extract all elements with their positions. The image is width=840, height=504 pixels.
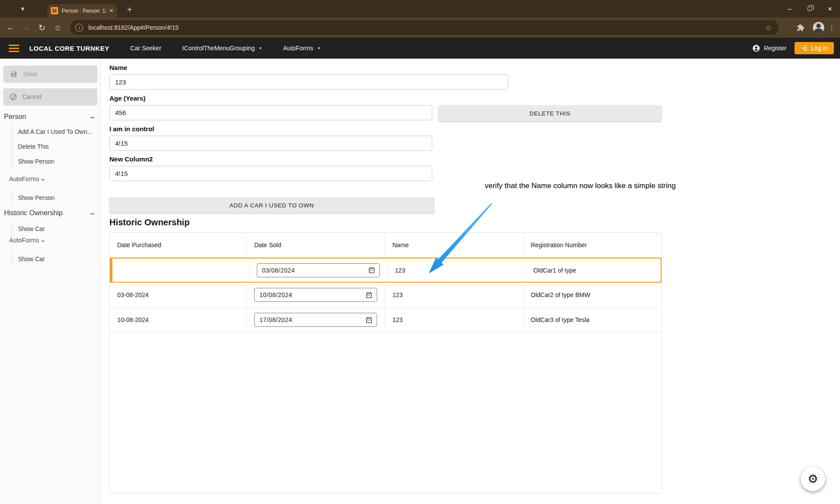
home-button[interactable]: ⌂	[50, 20, 66, 35]
cell-registration: OldCar3 of type Tesla	[523, 308, 662, 332]
restore-icon	[808, 7, 812, 11]
date-sold-input[interactable]: 17/08/2024	[254, 313, 377, 327]
date-sold-input[interactable]: 10/08/2024	[254, 288, 377, 302]
i-am-in-control-field[interactable]	[109, 136, 432, 151]
window-controls: ─ ✕	[780, 0, 840, 18]
date-sold-input[interactable]: 03/08/2024	[257, 263, 380, 277]
table-row-1[interactable]: 03/08/2024 123 OldCar1 of type	[110, 258, 662, 283]
tab-title: Person : Person: 123	[62, 8, 106, 14]
new-column2-label: New Column2	[109, 155, 153, 163]
content-area: Save Cancel Person ▬ Add A Car I Used To…	[0, 59, 840, 504]
sidebar-item-show-car-2[interactable]: Show Car	[18, 256, 45, 262]
cell-name: 123	[385, 308, 523, 332]
delete-this-button[interactable]: DELETE THIS	[438, 105, 662, 121]
cell-registration: OldCar1 of type	[526, 259, 661, 282]
app-brand[interactable]: LOCAL CORE TURNKEY	[29, 45, 109, 52]
tab-search-button[interactable]: ▼	[15, 3, 31, 14]
toolbar-divider	[810, 24, 810, 32]
cell-date-purchased	[112, 259, 249, 282]
reload-button[interactable]: ↻	[34, 20, 50, 35]
new-column2-field[interactable]	[109, 166, 432, 181]
address-bar[interactable]: i localhost:8182/App#/Person/4!15 ☆	[70, 20, 779, 35]
historic-ownership-table: Date Purchased Date Sold Name Registrati…	[109, 232, 662, 494]
calendar-icon[interactable]	[366, 292, 372, 298]
date-value: 10/08/2024	[259, 291, 292, 298]
toolbar-right: ⋮	[794, 20, 836, 35]
register-label: Register	[764, 45, 787, 52]
save-label: Save	[23, 70, 37, 77]
table-row-2[interactable]: 03-08-2024 10/08/2024 123 OldCar2 of typ…	[110, 283, 662, 308]
gear-icon: ⚙	[808, 473, 818, 485]
sidebar-subheader-autoforms-1[interactable]: AutoForms ▬	[9, 175, 44, 182]
site-info-icon[interactable]: i	[75, 24, 83, 32]
nav-item-label: Car Seeker	[130, 45, 161, 52]
chevron-down-icon: ▼	[20, 6, 26, 12]
save-button[interactable]: Save	[4, 66, 97, 82]
favicon: M	[51, 7, 58, 14]
nav-item-label: AutoForms	[283, 45, 313, 52]
navbar-right: Register Log in	[752, 38, 834, 59]
sidebar: Save Cancel Person ▬ Add A Car I Used To…	[0, 59, 101, 504]
nav-item-autoforms[interactable]: AutoForms ▼	[283, 45, 320, 52]
cancel-label: Cancel	[22, 93, 42, 100]
column-header-registration-number[interactable]: Registration Number	[523, 233, 662, 257]
annotation-text: verify that the Name column now looks li…	[485, 182, 676, 190]
forward-button[interactable]: →	[18, 20, 34, 35]
url-text[interactable]: localhost:8182/App#/Person/4!15	[88, 24, 765, 31]
age-field[interactable]	[109, 105, 432, 120]
sidebar-item-delete-this[interactable]: Delete This	[18, 143, 92, 150]
column-header-name[interactable]: Name	[385, 233, 523, 257]
sidebar-subheader-autoforms-2[interactable]: AutoForms ▬	[9, 237, 44, 244]
login-button[interactable]: Log in	[794, 42, 834, 54]
add-a-car-button[interactable]: ADD A CAR I USED TO OWN	[109, 197, 434, 213]
sidebar-group-person: Add A Car I Used To Own... Delete This S…	[11, 124, 92, 169]
date-value: 17/08/2024	[259, 316, 292, 323]
chevron-down-icon: ▼	[317, 46, 321, 50]
collapse-caret-icon: ▬	[41, 178, 44, 181]
cell-date-sold: 03/08/2024	[249, 259, 388, 282]
sidebar-group-historic: Show Car	[11, 221, 45, 237]
person-circle-icon	[752, 44, 760, 52]
bookmark-star-icon[interactable]: ☆	[765, 23, 772, 32]
browser-tab[interactable]: M Person : Person: 123 ✕	[47, 4, 117, 18]
extensions-icon[interactable]	[794, 21, 807, 34]
close-window-button[interactable]: ✕	[820, 0, 840, 18]
sidebar-header-person[interactable]: Person ▬	[4, 113, 97, 121]
sidebar-header-label: Person	[4, 113, 26, 121]
sidebar-header-historic-ownership[interactable]: Historic Ownership ▬	[4, 209, 97, 217]
new-tab-button[interactable]: +	[123, 4, 136, 16]
cancel-icon	[10, 94, 17, 100]
login-icon	[801, 45, 808, 52]
nav-item-label: IControlTheMenuGrouping	[182, 45, 255, 52]
sidebar-group-autoforms-1: Show Person	[11, 190, 54, 206]
sidebar-item-add-a-car[interactable]: Add A Car I Used To Own...	[18, 128, 92, 135]
calendar-icon[interactable]	[368, 267, 375, 273]
column-header-date-sold[interactable]: Date Sold	[247, 233, 385, 257]
name-field[interactable]	[109, 74, 508, 90]
settings-fab[interactable]: ⚙	[801, 467, 825, 491]
nav-item-car-seeker[interactable]: Car Seeker	[130, 45, 161, 52]
tab-close-icon[interactable]: ✕	[109, 7, 114, 14]
sidebar-header-label: Historic Ownership	[4, 209, 63, 217]
profile-avatar[interactable]	[813, 22, 824, 33]
sidebar-group-autoforms-2: Show Car	[11, 251, 45, 267]
chevron-down-icon: ▼	[259, 46, 262, 50]
browser-menu-icon[interactable]: ⋮	[827, 24, 836, 32]
cancel-button[interactable]: Cancel	[4, 88, 97, 105]
sidebar-item-show-person[interactable]: Show Person	[18, 158, 92, 165]
hamburger-menu-icon[interactable]	[9, 45, 19, 52]
nav-item-icontrolthemenugrouping[interactable]: IControlTheMenuGrouping ▼	[182, 45, 262, 52]
sidebar-item-show-car[interactable]: Show Car	[18, 225, 45, 232]
minimize-button[interactable]: ─	[780, 0, 800, 18]
sidebar-subheader-label: AutoForms	[9, 237, 39, 244]
back-button[interactable]: ←	[3, 20, 18, 35]
register-button[interactable]: Register	[752, 44, 787, 52]
calendar-icon[interactable]	[366, 317, 372, 323]
restore-button[interactable]	[800, 0, 820, 18]
collapse-caret-icon: ▬	[41, 239, 44, 242]
cell-date-sold: 17/08/2024	[247, 308, 385, 332]
column-header-date-purchased[interactable]: Date Purchased	[110, 233, 247, 257]
table-row-3[interactable]: 10-08-2024 17/08/2024 123 OldCar3 of typ…	[110, 308, 662, 332]
cell-name: 123	[385, 283, 523, 307]
sidebar-item-show-person-2[interactable]: Show Person	[18, 194, 54, 201]
